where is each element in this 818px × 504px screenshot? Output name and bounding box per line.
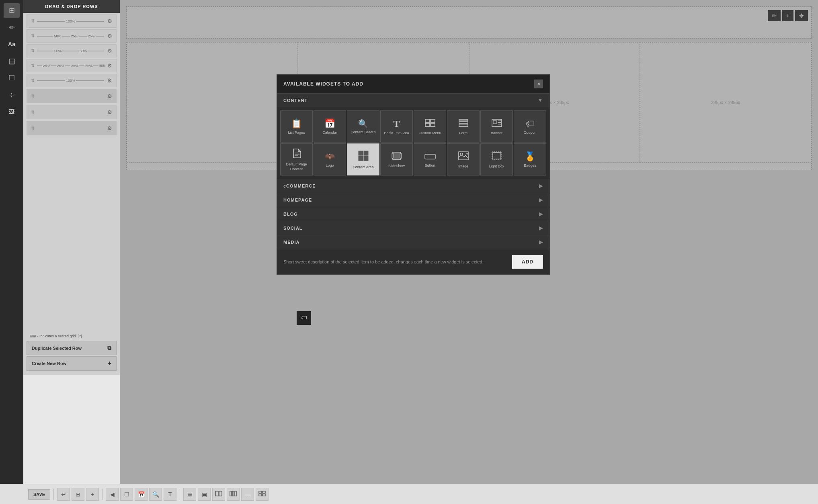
row-item[interactable]: ⇅ 25% 25% 25% 25% ⊞⊞ ⚙ — [27, 59, 117, 72]
save-button[interactable]: SAVE — [28, 489, 50, 500]
rows-bottom-panel: ⊞⊞ - Indicates a nested grid. [?] Duplic… — [23, 329, 120, 375]
row-item[interactable]: ⇅ 100% ⚙ — [27, 74, 117, 87]
coupon-widget[interactable]: 🏷 Coupon — [514, 110, 546, 143]
duplicate-row-button[interactable]: Duplicate Selected Row ⧉ — [27, 341, 117, 355]
sidebar-icon-gallery[interactable]: 🖼 — [4, 104, 20, 119]
sidebar-icon-network[interactable]: ⊹ — [4, 88, 20, 102]
logo-label: Logo — [326, 163, 334, 168]
search-toolbar-button[interactable]: 🔍 — [149, 488, 162, 501]
badges-label: Badges — [524, 163, 536, 168]
svg-rect-16 — [364, 151, 368, 155]
row-gear-icon[interactable]: ⚙ — [107, 125, 112, 131]
ecommerce-section-header[interactable]: eCOMMERCE ▶ — [277, 179, 549, 193]
sidebar-icon-grid[interactable]: ⊞ — [4, 3, 20, 18]
add-widget-button[interactable]: ADD — [512, 255, 543, 269]
svg-rect-30 — [215, 491, 218, 496]
slideshow-widget[interactable]: Slideshow — [380, 143, 413, 175]
layout2-toolbar-button[interactable] — [212, 488, 225, 501]
layout1-toolbar-button[interactable]: ▣ — [198, 488, 211, 501]
coupon-icon: 🏷 — [526, 119, 535, 128]
row-gear-icon[interactable]: ⚙ — [107, 48, 112, 54]
pen-icon: ✏ — [9, 24, 14, 31]
sidebar-icon-text[interactable]: Aa — [4, 37, 20, 51]
row-item[interactable]: ⇅ 50% 50% ⚙ — [27, 44, 117, 57]
social-section-label: SOCIAL — [283, 226, 303, 231]
light-box-widget[interactable]: Light Box — [480, 143, 513, 175]
create-row-button[interactable]: Create New Row + — [27, 356, 117, 371]
grid6-toolbar-button[interactable] — [256, 488, 269, 501]
list-pages-widget[interactable]: 📋 List Pages — [280, 110, 313, 143]
nested-help-link[interactable]: [?] — [78, 334, 82, 338]
banner-label: Banner — [491, 131, 502, 136]
badges-widget[interactable]: 🏅 Badges — [514, 143, 546, 175]
row-gear-icon[interactable]: ⚙ — [107, 93, 112, 99]
add-toolbar-button[interactable]: + — [86, 488, 99, 501]
pages-button[interactable]: ☐ — [120, 488, 133, 501]
widget-modal-overlay[interactable]: AVAILABLE WIDGETS TO ADD × CONTENT ▼ 📋 L… — [120, 0, 818, 504]
svg-rect-33 — [232, 491, 234, 496]
modal-close-button[interactable]: × — [534, 80, 543, 88]
row-item[interactable]: ⇅ ⚙ — [27, 121, 117, 135]
content-search-label: Content Search — [351, 130, 376, 135]
row-gear-icon[interactable]: ⚙ — [107, 78, 112, 84]
homepage-section-header[interactable]: HOMEPAGE ▶ — [277, 193, 549, 207]
svg-rect-22 — [394, 153, 400, 159]
row-item[interactable]: ⇅ ⚙ — [27, 105, 117, 119]
svg-rect-5 — [459, 122, 468, 123]
drag-handle-icon: ⇅ — [31, 110, 35, 115]
row-gear-icon[interactable]: ⚙ — [107, 109, 112, 115]
content-area-widget[interactable]: Content Area — [347, 143, 379, 175]
calendar-toolbar-button[interactable]: 📅 — [135, 488, 148, 501]
form-widget[interactable]: Form — [447, 110, 480, 143]
bottom-toolbar: SAVE ↩ ⊞ + ◀ ☐ 📅 🔍 T ▤ ▣ — [0, 484, 818, 504]
grid-view-button[interactable]: ⊞ — [72, 488, 84, 501]
layout1-icon: ▣ — [202, 491, 207, 498]
social-section-header[interactable]: SOCIAL ▶ — [277, 221, 549, 235]
undo-button[interactable]: ↩ — [57, 488, 70, 501]
row-item[interactable]: ⇅ ⚙ — [27, 89, 117, 103]
row-gear-icon[interactable]: ⚙ — [107, 63, 112, 69]
content-section-arrow: ▼ — [538, 98, 543, 103]
row-item[interactable]: ⇅ 100% ⚙ — [27, 14, 117, 28]
logo-icon: 🦇 — [324, 152, 335, 161]
toolbar-separator-2 — [102, 489, 103, 500]
content-section-header[interactable]: CONTENT ▼ — [277, 93, 549, 107]
banner-widget[interactable]: Banner — [480, 110, 513, 143]
custom-menu-widget[interactable]: Custom Menu — [414, 110, 446, 143]
custom-menu-label: Custom Menu — [418, 131, 441, 136]
sidebar-icon-page[interactable]: ☐ — [4, 71, 20, 85]
blog-section-header[interactable]: BLOG ▶ — [277, 207, 549, 221]
svg-rect-37 — [259, 494, 262, 496]
content-search-widget[interactable]: 🔍 Content Search — [347, 110, 379, 143]
basic-text-area-widget[interactable]: T Basic Text Area — [380, 110, 413, 143]
calendar-widget[interactable]: 📅 Calendar — [314, 110, 346, 143]
row-gear-icon[interactable]: ⚙ — [107, 33, 112, 39]
image-icon — [458, 151, 469, 162]
text-toolbar-button[interactable]: T — [164, 488, 176, 501]
nested-grid-indicator: ⊞⊞ — [99, 64, 105, 67]
minus-toolbar-button[interactable]: — — [241, 488, 254, 501]
ecommerce-section-label: eCOMMERCE — [283, 184, 316, 188]
button-widget[interactable]: Button — [414, 143, 446, 175]
table-toolbar-button[interactable]: ▤ — [183, 488, 196, 501]
widget-grid: 📋 List Pages 📅 Calendar 🔍 Content Search… — [277, 107, 549, 179]
svg-rect-36 — [262, 491, 265, 493]
svg-rect-31 — [219, 491, 222, 496]
toolbar-separator-3 — [180, 489, 180, 500]
default-page-content-widget[interactable]: Default Page Content — [280, 143, 313, 175]
image-label: Image — [458, 164, 468, 169]
svg-rect-2 — [425, 123, 430, 127]
ecommerce-arrow-icon: ▶ — [539, 183, 543, 189]
prev-page-button[interactable]: ◀ — [106, 488, 119, 501]
layout3-toolbar-button[interactable] — [227, 488, 240, 501]
media-section-header[interactable]: MEDIA ▶ — [277, 235, 549, 249]
undo-icon: ↩ — [61, 491, 66, 498]
logo-widget[interactable]: 🦇 Logo — [314, 143, 346, 175]
sidebar-icon-layout[interactable]: ▤ — [4, 54, 20, 68]
image-widget[interactable]: Image — [447, 143, 480, 175]
sidebar-icon-pen[interactable]: ✏ — [4, 20, 20, 35]
button-label: Button — [424, 163, 435, 168]
basic-text-icon: T — [393, 119, 400, 129]
row-gear-icon[interactable]: ⚙ — [107, 18, 112, 24]
row-item[interactable]: ⇅ 50% 25% 25% ⚙ — [27, 29, 117, 43]
